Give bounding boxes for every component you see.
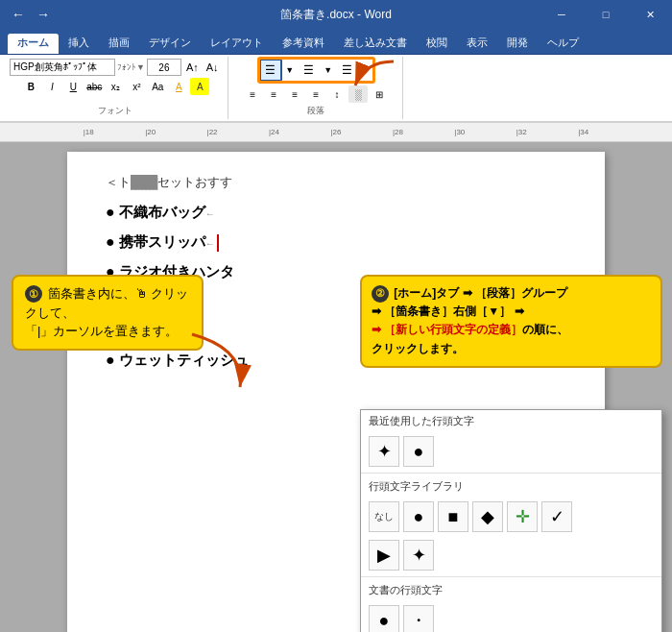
window-controls: ─ □ ✕ [540,0,672,29]
title-bar-text: 箇条書き.docx - Word [280,7,392,23]
bullet-icon: ● [106,199,115,227]
font-selector-row: ﾌｫﾝﾄ▼ A↑ A↓ [10,59,222,76]
bold-button[interactable]: B [21,78,40,95]
callout-2-content: ② [ホーム]タブ ➡ ［段落］グループ ➡ ［箇条書き］右側［▼］ ➡ ➡ ［… [372,284,651,358]
numbered-list-dropdown[interactable]: ▼ [322,59,335,82]
italic-button[interactable]: I [42,78,61,95]
paragraph-top-row: ☰ ▼ ☰ ▼ ☰ ▼ [259,59,373,82]
tab-view[interactable]: 表示 [457,34,497,54]
recent-bullet-circle[interactable]: ● [403,436,434,467]
font-name-input[interactable] [10,59,115,76]
ruler-mark: |30 [429,128,491,136]
item-text: ウェットティッシュ [119,347,249,373]
line-spacing-button[interactable]: ↕ [327,85,347,103]
minimize-button[interactable]: ─ [540,0,584,29]
close-button[interactable]: ✕ [628,0,672,29]
item-text: 不織布バッグ← [119,199,215,225]
multilevel-list-dropdown[interactable]: ▼ [360,59,373,82]
cursor [217,234,219,252]
bulleted-list-dropdown[interactable]: ▼ [283,59,297,82]
superscript-button[interactable]: x² [127,78,146,95]
ruler-marks: |18 |20 |22 |24 |26 |28 |30 |32 |34 [58,128,614,136]
subscript-button[interactable]: x₂ [106,78,125,95]
tab-draw[interactable]: 描画 [99,34,139,54]
ribbon: ホーム 挿入 描画 デザイン レイアウト 参考資料 差し込み文書 校閲 表示 開… [0,29,672,55]
font-size-input[interactable] [147,59,181,76]
ribbon-content: ﾌｫﾝﾄ▼ A↑ A↓ B I U abc x₂ x² Aa A A フォント … [0,55,672,123]
library-bullet-diamond[interactable]: ◆ [472,501,503,532]
recent-bullet-star[interactable]: ✦ [369,436,399,467]
callout-2-line2: ➡ ［箇条書き］右側［▼］ ➡ [372,304,524,318]
library-bullet-square[interactable]: ■ [438,501,468,532]
callout-2: ② [ホーム]タブ ➡ ［段落］グループ ➡ ［箇条書き］右側［▼］ ➡ ➡ ［… [360,275,662,368]
tab-layout[interactable]: レイアウト [201,34,273,54]
tab-references[interactable]: 参考資料 [273,34,334,54]
doc-bullet-dot[interactable]: ・ [403,605,434,632]
shading-button[interactable]: ░ [348,85,368,103]
increase-font-button[interactable]: A↑ [183,61,202,74]
library-bullet-cross[interactable]: ✛ [507,501,538,532]
ruler-mark: |32 [491,128,552,136]
library-bullets-row2: ▶ ✦ [361,536,661,574]
title-bar: ← → 箇条書き.docx - Word ─ □ ✕ [0,0,672,29]
list-item: ● 携帯スリッパ← [106,229,566,256]
recent-bullets-row: ✦ ● [361,432,661,471]
callout-1: ① 箇条書き内に、🖱 クリックして、 「|」カーソルを置きます。 [12,275,204,351]
tab-insert[interactable]: 挿入 [59,34,99,54]
tab-mailings[interactable]: 差し込み文書 [334,34,417,54]
borders-button[interactable]: ⊞ [370,85,389,103]
forward-button[interactable]: → [33,7,54,22]
tab-review[interactable]: 校閲 [417,34,457,54]
ribbon-tabs: ホーム 挿入 描画 デザイン レイアウト 参考資料 差し込み文書 校閲 表示 開… [0,29,672,54]
ruler-mark: |26 [305,128,367,136]
bullet-icon: ● [106,347,115,375]
maximize-button[interactable]: □ [584,0,628,29]
multilevel-list-button[interactable]: ☰ [336,59,359,82]
format-row: B I U abc x₂ x² Aa A A [21,78,209,95]
library-bullet-circle[interactable]: ● [403,501,434,532]
title-bar-controls-left: ← → [8,7,54,22]
justify-button[interactable]: ≡ [306,85,325,103]
list-item: ● 不織布バッグ← [106,199,566,227]
divider2 [361,576,661,577]
underline-button[interactable]: U [63,78,83,95]
ruler-mark: |18 [58,128,119,136]
recent-section-title: 最近使用した行頭文字 [361,410,661,432]
numbered-list-button[interactable]: ☰ [298,59,321,82]
library-bullet-star4[interactable]: ✦ [403,540,434,571]
ruler-mark: |34 [553,128,614,136]
library-bullet-arrow[interactable]: ▶ [369,540,399,571]
doc-bullet-circle[interactable]: ● [369,605,399,632]
highlight-button[interactable]: A [190,78,209,95]
dropdown-menu[interactable]: 最近使用した行頭文字 ✦ ● 行頭文字ライブラリ なし ● ■ ◆ ✛ ✓ ▶ … [360,409,662,632]
paragraph-group: ☰ ▼ ☰ ▼ ☰ ▼ ≡ ≡ ≡ ≡ ↕ ░ ⊞ 段落 [230,57,403,119]
library-bullets-row1: なし ● ■ ◆ ✛ ✓ [361,498,661,536]
font-color-button[interactable]: A [169,78,188,95]
library-section-title: 行頭文字ライブラリ [361,475,661,498]
align-right-button[interactable]: ≡ [285,85,304,103]
callout-2-line4: クリックします。 [372,342,464,355]
ruler-mark: |22 [181,128,243,136]
callout-1-text: 箇条書き内に、🖱 クリックして、 [25,286,188,320]
tab-dev[interactable]: 開発 [497,34,538,54]
bullet-icon: ● [106,229,115,256]
library-bullet-none[interactable]: なし [369,501,399,532]
paragraph-bottom-row: ≡ ≡ ≡ ≡ ↕ ░ ⊞ [243,85,389,103]
font-size-label: ﾌｫﾝﾄ▼ [117,62,145,72]
doc-bullets-row: ● ・ [361,601,661,632]
align-left-button[interactable]: ≡ [243,85,262,103]
divider [361,473,661,474]
bulleted-list-button[interactable]: ☰ [259,59,282,82]
tab-home[interactable]: ホーム [8,34,59,54]
tab-design[interactable]: デザイン [139,34,201,54]
case-button[interactable]: Aa [148,78,167,95]
back-button[interactable]: ← [8,7,29,22]
library-bullet-check[interactable]: ✓ [541,501,572,532]
callout-2-highlight: ➡ ［新しい行頭文字の定義］ [372,323,522,336]
decrease-font-button[interactable]: A↓ [204,61,222,74]
align-center-button[interactable]: ≡ [264,85,283,103]
callout-2-suffix: の順に、 [522,323,568,336]
strikethrough-button[interactable]: abc [84,78,104,95]
ruler: |18 |20 |22 |24 |26 |28 |30 |32 |34 [0,123,672,142]
tab-help[interactable]: ヘルプ [538,34,588,54]
